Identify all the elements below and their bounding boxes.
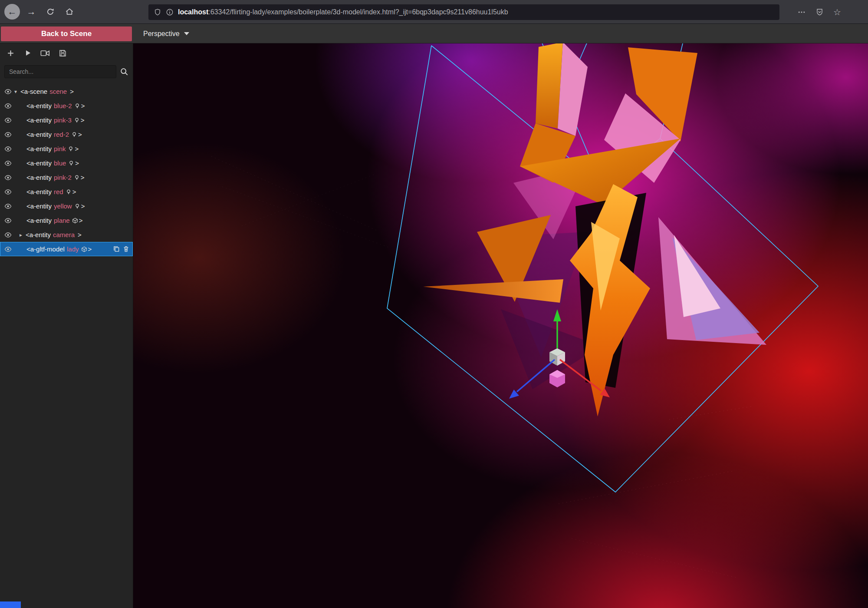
home-icon[interactable] xyxy=(62,4,77,20)
light-icon xyxy=(68,146,74,152)
back-icon[interactable]: ← xyxy=(4,4,20,20)
visibility-eye-icon[interactable] xyxy=(4,132,12,137)
entity-id: pink xyxy=(54,145,66,152)
visibility-eye-icon[interactable] xyxy=(4,175,12,180)
entity-tree: ▾<a-scenescene><a-entityblue-2><a-entity… xyxy=(0,84,133,256)
tracking-protection-shield-icon[interactable] xyxy=(154,8,161,16)
entity-tag: <a-entity xyxy=(26,116,52,124)
entity-close-bracket: > xyxy=(81,174,85,181)
entity-close-bracket: > xyxy=(79,217,83,224)
entity-id: scene xyxy=(49,88,67,95)
visibility-eye-icon[interactable] xyxy=(4,247,12,252)
entity-tag: <a-entity xyxy=(26,159,52,167)
bookmark-star-icon[interactable]: ☆ xyxy=(833,7,841,17)
tree-row-blue[interactable]: <a-entityblue> xyxy=(0,156,133,170)
play-icon[interactable] xyxy=(22,47,34,59)
mesh-icon xyxy=(81,246,87,252)
model-3d[interactable] xyxy=(423,43,766,416)
add-entity-icon[interactable] xyxy=(4,47,16,59)
entity-close-bracket: > xyxy=(78,231,82,238)
tree-row-blue-2[interactable]: <a-entityblue-2> xyxy=(0,99,133,113)
entity-tag: <a-entity xyxy=(26,217,52,224)
perspective-label: Perspective xyxy=(143,30,180,38)
visibility-eye-icon[interactable] xyxy=(4,204,12,209)
tree-row-red[interactable]: <a-entityred> xyxy=(0,185,133,199)
search-icon[interactable] xyxy=(120,67,128,76)
scene-graph-toolbar xyxy=(0,43,133,63)
site-info-icon[interactable] xyxy=(166,8,174,16)
visibility-eye-icon[interactable] xyxy=(4,146,12,152)
entity-id: plane xyxy=(54,217,70,224)
entity-close-bracket: > xyxy=(75,145,79,152)
tree-row-pink[interactable]: <a-entitypink> xyxy=(0,142,133,156)
entity-close-bracket: > xyxy=(81,102,85,109)
entity-close-bracket: > xyxy=(81,202,85,210)
url-text[interactable]: localhost:63342/flirting-lady/examples/b… xyxy=(178,8,508,16)
tree-row-scene[interactable]: ▾<a-scenescene> xyxy=(0,84,133,99)
camera-perspective-dropdown[interactable]: Perspective xyxy=(143,24,189,43)
entity-tag: <a-entity xyxy=(26,131,52,138)
entity-close-bracket: > xyxy=(75,159,79,167)
visibility-eye-icon[interactable] xyxy=(4,103,12,109)
scene-render[interactable] xyxy=(133,43,868,608)
pocket-shield-icon[interactable] xyxy=(815,8,824,16)
entity-id: pink-2 xyxy=(54,174,72,181)
forward-icon[interactable]: → xyxy=(23,4,39,20)
bottom-blue-bar xyxy=(0,601,21,608)
grid-guides xyxy=(211,156,754,578)
entity-close-bracket: > xyxy=(72,188,76,195)
tree-row-pink-3[interactable]: <a-entitypink-3> xyxy=(0,113,133,127)
clone-entity-button[interactable] xyxy=(113,246,120,252)
camera-capture-icon[interactable] xyxy=(39,47,51,59)
visibility-eye-icon[interactable] xyxy=(4,161,12,166)
entity-id: pink-3 xyxy=(54,116,72,124)
light-icon xyxy=(71,132,77,138)
back-to-scene-button[interactable]: Back to Scene xyxy=(1,26,132,41)
viewport-3d[interactable] xyxy=(133,43,868,608)
url-path: :63342/flirting-lady/examples/boilerplat… xyxy=(208,8,508,16)
entity-tag: <a-scene xyxy=(20,88,47,95)
entity-tag: <a-entity xyxy=(26,202,52,210)
entity-tag: <a-entity xyxy=(26,231,51,238)
search-input[interactable] xyxy=(4,65,116,78)
light-icon xyxy=(74,175,80,181)
search-row xyxy=(4,63,128,80)
mesh-icon xyxy=(72,218,78,224)
tree-row-pink-2[interactable]: <a-entitypink-2> xyxy=(0,170,133,185)
entity-tag: <a-entity xyxy=(26,102,52,109)
address-bar[interactable]: localhost:63342/flirting-lady/examples/b… xyxy=(148,4,779,20)
tree-row-red-2[interactable]: <a-entityred-2> xyxy=(0,127,133,142)
light-icon xyxy=(74,103,80,109)
entity-tag: <a-entity xyxy=(26,188,52,195)
tree-row-plane[interactable]: <a-entityplane> xyxy=(0,213,133,228)
visibility-eye-icon[interactable] xyxy=(4,218,12,223)
page-actions-icon[interactable] xyxy=(797,8,806,17)
tree-row-yellow[interactable]: <a-entityyellow> xyxy=(0,199,133,213)
save-icon[interactable] xyxy=(56,47,69,59)
entity-tag: <a-gltf-model xyxy=(26,245,65,253)
browser-window: ← → localhost:63342/flirting-lady/exampl… xyxy=(0,0,868,608)
tree-row-camera[interactable]: ▸<a-entitycamera> xyxy=(0,228,133,242)
visibility-eye-icon[interactable] xyxy=(4,89,12,94)
visibility-eye-icon[interactable] xyxy=(4,189,12,195)
caret-down-icon[interactable]: ▾ xyxy=(14,89,20,95)
delete-entity-button[interactable] xyxy=(123,246,129,252)
entity-close-bracket: > xyxy=(78,131,82,138)
tree-row-lady[interactable]: <a-gltf-modellady> xyxy=(0,242,133,256)
scene-graph-panel: ▾<a-scenescene><a-entityblue-2><a-entity… xyxy=(0,43,133,608)
reload-icon[interactable] xyxy=(43,4,58,20)
caret-right-icon[interactable]: ▸ xyxy=(20,232,26,238)
visibility-eye-icon[interactable] xyxy=(4,232,12,238)
light-icon xyxy=(74,117,80,123)
entity-close-bracket: > xyxy=(88,245,92,253)
entity-id: yellow xyxy=(54,202,72,210)
entity-id: camera xyxy=(53,231,75,238)
inspector-toolbar: Back to Scene Perspective <a-entity plan… xyxy=(0,24,868,43)
entity-tag: <a-entity xyxy=(26,145,52,152)
entity-close-bracket: > xyxy=(81,116,85,124)
visibility-eye-icon[interactable] xyxy=(4,118,12,123)
entity-id: red-2 xyxy=(54,131,69,138)
light-icon xyxy=(74,203,80,209)
light-icon xyxy=(66,189,72,195)
entity-tag: <a-entity xyxy=(26,174,52,181)
